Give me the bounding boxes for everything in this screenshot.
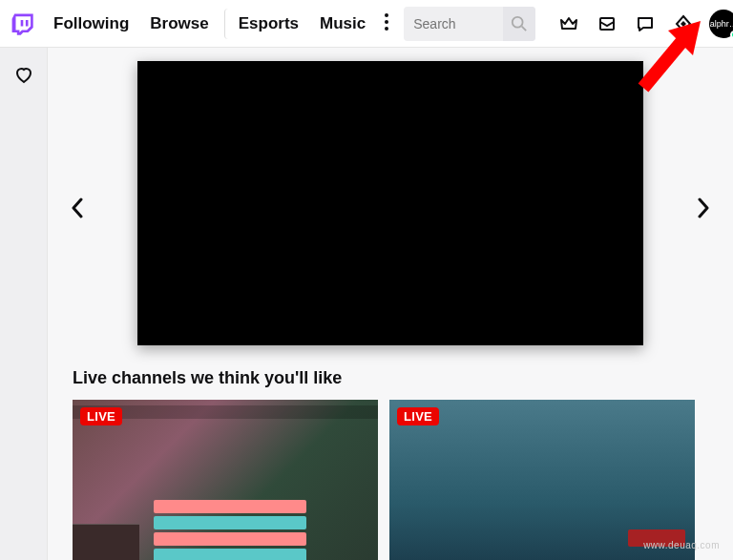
chevron-right-icon bbox=[697, 197, 710, 218]
followed-channels-button[interactable] bbox=[8, 59, 40, 92]
search-box bbox=[404, 7, 535, 41]
nav-esports[interactable]: Esports bbox=[224, 9, 308, 39]
avatar-label: alphr… bbox=[710, 19, 733, 29]
svg-point-2 bbox=[385, 27, 388, 31]
inbox-button[interactable] bbox=[591, 8, 623, 40]
user-avatar[interactable]: alphr… bbox=[709, 10, 733, 38]
chat-icon bbox=[636, 14, 655, 33]
search-button[interactable] bbox=[503, 7, 535, 41]
nav-following[interactable]: Following bbox=[44, 9, 138, 39]
main-content: Live channels we think you'll like LIVE … bbox=[48, 48, 733, 560]
top-nav: Following Browse Esports Music alphr… bbox=[0, 0, 733, 48]
watermark: www.deuaq.com bbox=[643, 540, 720, 550]
search-input[interactable] bbox=[404, 16, 503, 31]
heart-icon bbox=[14, 66, 33, 85]
nav-browse[interactable]: Browse bbox=[140, 9, 218, 39]
channel-card[interactable]: LIVE bbox=[389, 400, 695, 560]
live-badge: LIVE bbox=[397, 407, 439, 425]
prime-loot-button[interactable] bbox=[553, 8, 585, 40]
live-channels-section: Live channels we think you'll like LIVE … bbox=[48, 368, 733, 560]
nav-links: Following Browse Esports Music bbox=[44, 8, 396, 40]
bits-icon bbox=[674, 14, 693, 33]
svg-line-4 bbox=[522, 26, 527, 31]
svg-point-1 bbox=[385, 20, 388, 24]
carousel-prev-button[interactable] bbox=[63, 194, 92, 222]
featured-carousel bbox=[48, 48, 733, 368]
whispers-button[interactable] bbox=[629, 8, 661, 40]
nav-music[interactable]: Music bbox=[310, 9, 375, 39]
more-menu-button[interactable] bbox=[377, 8, 396, 40]
header-actions: alphr… bbox=[553, 8, 733, 40]
section-heading: Live channels we think you'll like bbox=[73, 368, 708, 388]
carousel-next-button[interactable] bbox=[689, 194, 718, 222]
left-sidebar bbox=[0, 48, 48, 560]
svg-point-3 bbox=[513, 16, 523, 27]
svg-point-0 bbox=[385, 13, 388, 17]
crown-icon bbox=[559, 14, 578, 33]
inbox-icon bbox=[597, 14, 617, 33]
search-icon bbox=[511, 15, 528, 32]
channel-card[interactable]: LIVE bbox=[73, 400, 378, 560]
chevron-left-icon bbox=[71, 197, 84, 218]
twitch-logo[interactable] bbox=[10, 9, 34, 39]
featured-video-player[interactable] bbox=[137, 61, 643, 345]
channel-cards: LIVE LIVE bbox=[73, 400, 708, 560]
live-badge: LIVE bbox=[80, 407, 122, 425]
bits-button[interactable] bbox=[667, 8, 700, 40]
